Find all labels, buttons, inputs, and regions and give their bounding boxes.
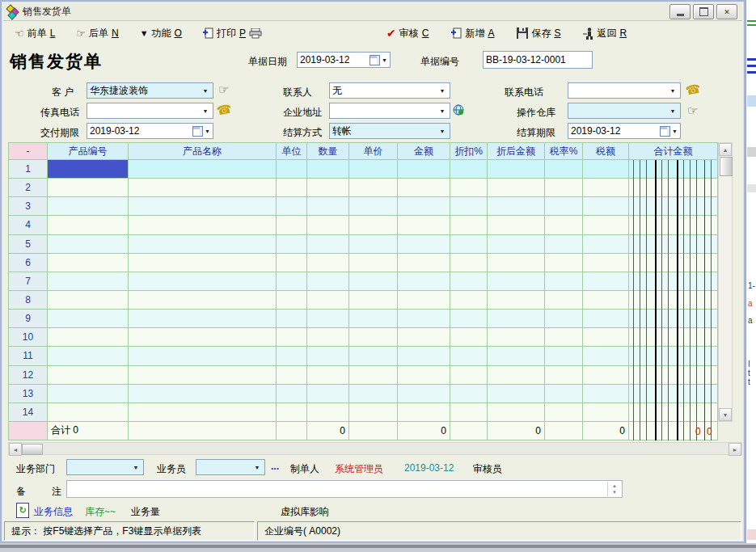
grid-cell[interactable] — [488, 272, 545, 291]
grid-cell[interactable] — [629, 160, 718, 179]
grid-cell[interactable] — [488, 235, 545, 254]
fax-select[interactable]: ▼ — [87, 103, 213, 119]
grid-cell[interactable] — [629, 235, 718, 254]
horizontal-scroll-thumb[interactable] — [22, 444, 43, 455]
return-button[interactable]: 返回R — [578, 25, 631, 42]
grid-cell[interactable] — [545, 385, 583, 403]
grid-cell[interactable] — [629, 197, 718, 216]
grid-cell[interactable] — [583, 197, 629, 216]
grid-cell[interactable] — [583, 272, 629, 291]
contact-select[interactable]: 无▼ — [329, 82, 450, 99]
grid-cell[interactable] — [398, 366, 450, 385]
grid-cell[interactable] — [129, 328, 277, 347]
grid-cell[interactable] — [349, 254, 398, 272]
grid-cell[interactable] — [488, 347, 545, 365]
grid-cell[interactable] — [488, 216, 545, 234]
grid-cell[interactable] — [545, 310, 583, 328]
grid-cell[interactable] — [488, 385, 545, 403]
grid-cell[interactable] — [398, 385, 450, 403]
grid-cell[interactable] — [488, 328, 545, 347]
grid-cell[interactable] — [48, 216, 129, 234]
grid-cell[interactable] — [307, 385, 349, 403]
grid-cell[interactable] — [545, 347, 583, 365]
grid-cell[interactable] — [48, 291, 129, 310]
doc-date-field[interactable]: 2019-03-12 ▼ — [297, 52, 391, 68]
grid-cell[interactable] — [277, 235, 307, 254]
grid-cell[interactable] — [629, 272, 718, 291]
grid-cell[interactable] — [450, 366, 488, 385]
grid-cell[interactable] — [129, 347, 277, 365]
grid-cell[interactable] — [488, 160, 545, 179]
minimize-button[interactable] — [669, 4, 691, 19]
grid-cell[interactable] — [307, 160, 349, 179]
grid-cell[interactable] — [48, 197, 129, 216]
new-button[interactable]: 新增A — [446, 25, 499, 42]
grid-cell[interactable] — [129, 403, 277, 422]
grid-cell[interactable] — [349, 291, 398, 310]
grid-cell[interactable] — [398, 403, 450, 422]
grid-cell[interactable] — [129, 179, 277, 197]
settle-deadline-field[interactable]: 2019-03-12 ▼ — [568, 123, 681, 139]
chevron-down-icon[interactable]: ▼ — [668, 88, 678, 94]
grid-cell[interactable] — [450, 291, 488, 310]
grid-cell[interactable] — [450, 347, 488, 365]
settle-method-select[interactable]: 转帐▼ — [329, 123, 450, 139]
grid-cell[interactable] — [48, 254, 129, 272]
grid-cell[interactable] — [629, 179, 718, 197]
more-button[interactable]: ... — [271, 461, 279, 472]
grid-cell[interactable] — [398, 291, 450, 310]
grid-cell[interactable] — [129, 291, 277, 310]
grid-cell[interactable] — [545, 403, 583, 422]
prev-doc-button[interactable]: ☜ 前单L — [10, 25, 60, 42]
grid-cell[interactable] — [488, 254, 545, 272]
remark-input[interactable]: ▲▼ — [66, 480, 623, 498]
grid-cell[interactable] — [307, 403, 349, 422]
grid-cell[interactable] — [545, 235, 583, 254]
grid-cell[interactable] — [545, 254, 583, 272]
delivery-deadline-field[interactable]: 2019-03-12 ▼ — [87, 123, 213, 139]
grid-cell[interactable] — [349, 366, 398, 385]
grid-cell[interactable] — [307, 197, 349, 216]
grid-cell[interactable] — [349, 179, 398, 197]
scroll-left-icon[interactable]: ◄ — [9, 443, 22, 456]
calendar-icon[interactable]: ▼ — [370, 55, 387, 65]
pick-warehouse-hand-icon[interactable]: ☞ — [687, 103, 698, 118]
chevron-down-icon[interactable]: ▼ — [201, 108, 210, 114]
scroll-down-icon[interactable]: ▼ — [719, 408, 732, 421]
grid-cell[interactable] — [349, 235, 398, 254]
grid-cell[interactable] — [545, 179, 583, 197]
grid-cell[interactable] — [277, 272, 307, 291]
grid-cell[interactable] — [129, 160, 277, 179]
grid-cell[interactable] — [398, 254, 450, 272]
grid-cell[interactable] — [48, 403, 129, 422]
calendar-icon[interactable]: ▼ — [192, 126, 210, 137]
grid-cell[interactable] — [488, 403, 545, 422]
functions-button[interactable]: ▼ 功能O — [135, 25, 187, 42]
grid-cell[interactable] — [48, 235, 129, 254]
grid-cell[interactable] — [277, 197, 307, 216]
grid-cell[interactable] — [307, 328, 349, 347]
grid-cell[interactable] — [583, 385, 629, 403]
grid-cell[interactable] — [398, 160, 450, 179]
close-button[interactable]: ✕ — [716, 4, 737, 19]
grid-cell[interactable] — [629, 347, 718, 365]
biz-info-link[interactable]: 业务信息 — [34, 505, 73, 519]
grid-cell[interactable] — [583, 328, 629, 347]
grid-cell[interactable] — [48, 160, 129, 179]
grid-cell[interactable] — [629, 216, 718, 234]
grid-cell[interactable] — [450, 310, 488, 328]
grid-cell[interactable] — [48, 310, 129, 328]
grid-cell[interactable] — [349, 160, 398, 179]
salesman-select[interactable]: ▼ — [196, 459, 265, 475]
vertical-scroll-thumb[interactable] — [720, 157, 733, 176]
grid-cell[interactable] — [307, 179, 349, 197]
grid-cell[interactable] — [450, 328, 488, 347]
grid-cell[interactable] — [629, 291, 718, 310]
grid-cell[interactable] — [583, 216, 629, 234]
warehouse-select[interactable]: ▼ — [568, 103, 681, 119]
grid-cell[interactable] — [349, 403, 398, 422]
grid-cell[interactable] — [129, 216, 277, 234]
grid-cell[interactable] — [545, 160, 583, 179]
grid-cell[interactable] — [349, 310, 398, 328]
scroll-up-icon[interactable]: ▲ — [719, 143, 732, 156]
